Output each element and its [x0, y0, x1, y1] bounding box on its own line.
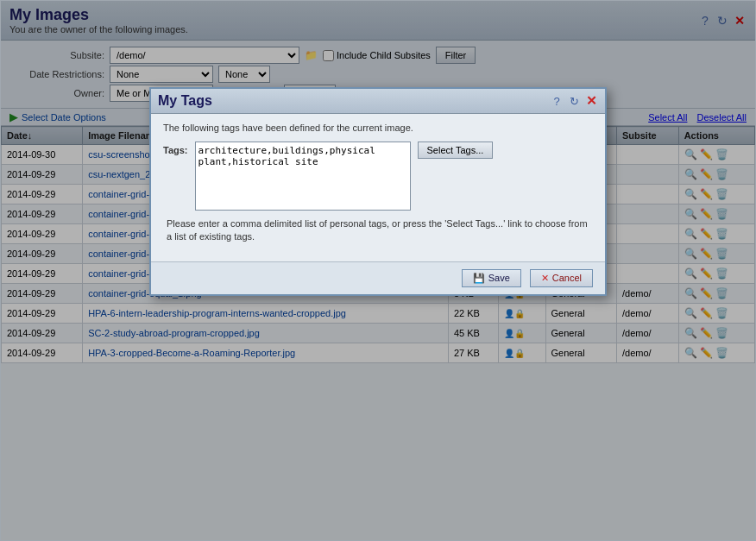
save-icon: 💾	[473, 273, 485, 284]
tags-row: Tags: architecture,buildings,physical pl…	[163, 142, 593, 211]
save-button[interactable]: 💾 Save	[462, 269, 521, 287]
tags-hint: Please enter a comma delimited list of p…	[163, 217, 593, 244]
select-tags-button[interactable]: Select Tags...	[418, 142, 494, 159]
tags-textarea[interactable]: architecture,buildings,physical plant,hi…	[195, 142, 411, 211]
cancel-icon: ✕	[541, 273, 549, 284]
modal-close-icon[interactable]: ✕	[584, 94, 598, 108]
tags-label: Tags:	[163, 142, 188, 155]
modal-overlay: My Tags ? ↻ ✕ The following tags have be…	[1, 1, 755, 540]
modal-footer: 💾 Save ✕ Cancel	[151, 261, 605, 294]
main-window: My Images You are the owner of the follo…	[0, 0, 756, 541]
modal-subtitle: The following tags have been defined for…	[163, 123, 593, 133]
modal-title: My Tags	[158, 93, 212, 109]
my-tags-modal: My Tags ? ↻ ✕ The following tags have be…	[149, 87, 607, 296]
modal-title-bar: My Tags ? ↻ ✕	[151, 89, 605, 114]
modal-refresh-icon[interactable]: ↻	[567, 94, 581, 108]
modal-body: The following tags have been defined for…	[151, 114, 605, 261]
cancel-button[interactable]: ✕ Cancel	[530, 269, 593, 287]
modal-icons: ? ↻ ✕	[550, 94, 598, 108]
modal-help-icon[interactable]: ?	[550, 94, 564, 108]
